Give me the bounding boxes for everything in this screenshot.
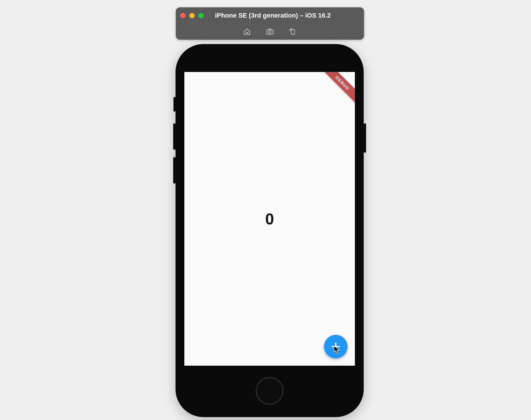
app-body: 0 — [184, 72, 355, 366]
counter-value: 0 — [265, 210, 274, 228]
close-window-button[interactable] — [180, 13, 186, 18]
device-screen: 0 DEBUG — [184, 72, 355, 366]
phone-chassis: 0 DEBUG — [176, 44, 364, 417]
volume-up-button[interactable] — [173, 123, 176, 150]
plus-icon — [332, 342, 340, 351]
simulator-title: iPhone SE (3rd generation) – iOS 16.2 — [186, 12, 360, 19]
home-icon[interactable] — [243, 28, 251, 36]
screenshot-icon[interactable] — [266, 28, 274, 36]
simulator-toolbar: iPhone SE (3rd generation) – iOS 16.2 — [176, 7, 364, 40]
increment-fab[interactable] — [324, 335, 348, 358]
volume-down-button[interactable] — [173, 157, 176, 184]
rotate-icon[interactable] — [289, 28, 297, 36]
home-button[interactable] — [256, 377, 284, 405]
toolbar-bottom-row — [176, 23, 364, 40]
svg-rect-2 — [291, 29, 295, 34]
mute-switch[interactable] — [173, 97, 176, 112]
svg-point-1 — [269, 31, 271, 33]
toolbar-top-row: iPhone SE (3rd generation) – iOS 16.2 — [176, 7, 364, 23]
power-button[interactable] — [364, 123, 366, 153]
